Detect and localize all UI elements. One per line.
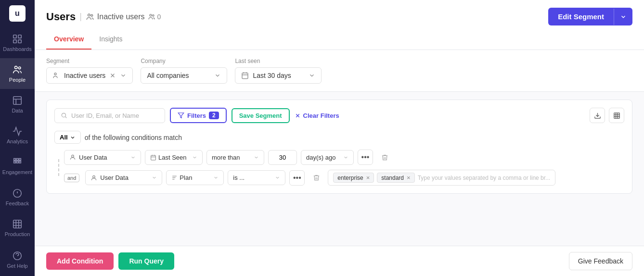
edit-segment-button[interactable]: Edit Segment (548, 8, 632, 25)
production-icon (12, 219, 23, 229)
page-header: Users | Inactive users 0 Edit Segment (35, 0, 644, 50)
svg-rect-3 (18, 40, 21, 43)
content-area: User ID, Email, or Name Filters 2 Save S… (35, 92, 644, 246)
condition-2-source[interactable]: User Data (85, 170, 162, 185)
condition-1-field[interactable]: Last Seen (145, 150, 203, 165)
edit-segment-dropdown[interactable] (614, 9, 632, 25)
tab-insights[interactable]: Insights (91, 31, 130, 50)
filters-label: Filters (187, 112, 206, 119)
sidebar-item-people[interactable]: People (0, 58, 35, 89)
svg-point-14 (54, 73, 56, 75)
condition-2-operator[interactable]: is ... (228, 170, 285, 185)
company-filter-select[interactable]: All companies (141, 67, 227, 84)
query-builder: User ID, Email, or Name Filters 2 Save S… (46, 100, 632, 194)
condition-2-delete-button[interactable] (309, 170, 324, 186)
last-seen-filter-group: Last seen Last 30 days (235, 58, 322, 84)
condition-2-operator-label: is ... (233, 174, 245, 181)
segment-filter-label: Segment (46, 58, 133, 64)
condition-1-more-button[interactable]: ••• (358, 150, 373, 165)
analytics-icon (12, 126, 23, 137)
svg-point-11 (91, 14, 93, 16)
company-filter-label: Company (141, 58, 227, 64)
condition-1-delete-button[interactable] (377, 150, 392, 165)
sidebar-item-production[interactable]: Production (0, 213, 35, 243)
text-icon (171, 175, 178, 181)
tag-enterprise-close[interactable]: × (366, 174, 370, 181)
tag-enterprise-label: enterprise (337, 175, 363, 181)
condition-1-operator[interactable]: more than (206, 150, 264, 165)
chevron-down-icon (130, 155, 136, 160)
table-view-button[interactable] (609, 108, 624, 123)
sidebar-item-dashboards[interactable]: Dashboards (0, 27, 35, 58)
save-segment-button[interactable]: Save Segment (232, 108, 290, 123)
company-filter-group: Company All companies (141, 58, 227, 84)
user-data-icon (90, 175, 97, 181)
clear-filters-label: Clear Filters (303, 112, 339, 119)
filters-count: 2 (209, 112, 219, 119)
chevron-down-icon (213, 175, 219, 180)
tag-standard: standard × (377, 173, 414, 183)
sidebar-label-get-help: Get Help (7, 263, 27, 269)
tab-overview[interactable]: Overview (46, 31, 91, 50)
sidebar-item-engagement[interactable]: Engagement (0, 151, 35, 181)
page-title: Users (46, 11, 76, 23)
breadcrumb: Users | Inactive users 0 (46, 11, 161, 23)
engagement-icon (12, 157, 23, 167)
logo-box[interactable]: u (9, 5, 26, 22)
calendar-icon (241, 72, 249, 79)
svg-rect-29 (151, 155, 156, 160)
download-button[interactable] (590, 108, 605, 123)
segment-filter-select[interactable]: Inactive users (46, 67, 133, 84)
condition-1-value[interactable] (268, 150, 297, 165)
sidebar-label-engagement: Engagement (2, 169, 32, 175)
qb-toolbar: User ID, Email, or Name Filters 2 Save S… (54, 108, 624, 123)
svg-point-13 (152, 14, 154, 16)
svg-point-12 (150, 14, 152, 16)
sidebar-item-get-help[interactable]: Get Help (0, 243, 35, 276)
segment-count: 0 (157, 13, 161, 21)
chevron-down-icon[interactable] (120, 72, 127, 79)
condition-1-unit-label: day(s) ago (306, 154, 335, 161)
header-top: Users | Inactive users 0 Edit Segment (46, 8, 632, 25)
give-feedback-button[interactable]: Give Feedback (569, 252, 632, 270)
footer: Add Condition Run Query Give Feedback (35, 246, 644, 276)
sidebar: u Dashboards People Data Analytics Engag… (0, 0, 35, 276)
run-query-button[interactable]: Run Query (118, 252, 174, 270)
breadcrumb-separator: | (79, 12, 82, 22)
chevron-down-icon (254, 155, 259, 160)
tag-standard-close[interactable]: × (407, 174, 411, 181)
sidebar-item-data[interactable]: Data (0, 89, 35, 120)
condition-2-field[interactable]: Plan (166, 170, 224, 185)
sidebar-item-feedback[interactable]: Feedback (0, 182, 35, 213)
condition-1-source[interactable]: User Data (64, 150, 141, 165)
chevron-down-icon (214, 72, 221, 79)
condition-1-unit[interactable]: day(s) ago (301, 150, 354, 165)
svg-point-10 (88, 14, 90, 16)
svg-rect-17 (242, 73, 248, 79)
filters-button[interactable]: Filters 2 (170, 108, 227, 123)
last-seen-filter-select[interactable]: Last 30 days (235, 67, 322, 84)
table-icon (613, 112, 620, 119)
chevron-down-icon (192, 155, 197, 160)
user-data-icon (69, 154, 76, 161)
all-dropdown[interactable]: All (54, 131, 81, 144)
svg-line-22 (65, 117, 67, 118)
dashboards-icon (12, 34, 23, 44)
close-icon[interactable] (109, 72, 116, 79)
and-label: and (64, 174, 79, 182)
x-icon (295, 113, 301, 119)
sidebar-label-feedback: Feedback (6, 201, 29, 206)
clear-filters-button[interactable]: Clear Filters (295, 112, 339, 119)
data-icon (12, 95, 23, 106)
qb-toolbar-right (590, 108, 624, 123)
filter-icon (178, 112, 184, 119)
condition-2-more-button[interactable]: ••• (289, 170, 305, 186)
svg-rect-27 (614, 113, 619, 118)
sidebar-item-analytics[interactable]: Analytics (0, 120, 35, 151)
condition-2-tags-input[interactable]: enterprise × standard × Type your values… (328, 170, 555, 186)
condition-1-operator-label: more than (212, 154, 240, 161)
add-condition-button[interactable]: Add Condition (46, 252, 114, 270)
conditions-header: All of the following conditions match (54, 131, 624, 144)
condition-2-source-label: User Data (100, 174, 129, 181)
search-input-container[interactable]: User ID, Email, or Name (54, 108, 165, 123)
